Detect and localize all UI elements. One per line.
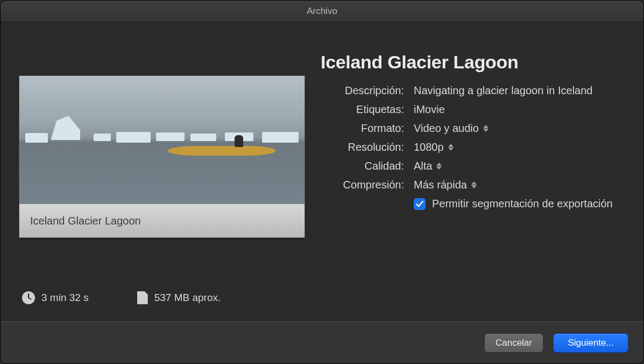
quality-value: Alta xyxy=(414,160,432,172)
duration-value: 3 min 32 s xyxy=(41,292,89,304)
label-tags: Etiquetas: xyxy=(321,103,404,116)
form-pane: Iceland Glacier Lagoon Descripción: Etiq… xyxy=(321,46,625,311)
export-dialog: Archivo Iceland Glacier Lagoon xyxy=(0,0,644,364)
row-tags: Etiquetas: xyxy=(321,103,625,116)
description-input[interactable] xyxy=(414,85,618,97)
project-title: Iceland Glacier Lagoon xyxy=(321,52,625,73)
format-value: Video y audio xyxy=(414,122,479,135)
updown-icon xyxy=(471,181,477,188)
clock-icon xyxy=(22,291,35,304)
check-icon xyxy=(416,201,423,207)
compression-select[interactable]: Más rápida xyxy=(414,179,477,191)
segmented-export-checkbox[interactable] xyxy=(414,198,426,210)
filesize-meta: 537 MB aprox. xyxy=(137,291,221,304)
thumbnail-card: Iceland Glacier Lagoon xyxy=(19,76,305,237)
row-format: Formato: Video y audio xyxy=(321,122,625,135)
label-format: Formato: xyxy=(321,122,404,135)
format-select[interactable]: Video y audio xyxy=(414,122,489,135)
row-description: Descripción: xyxy=(321,85,625,97)
updown-icon xyxy=(483,125,489,132)
label-resolution: Resolución: xyxy=(321,141,404,153)
segmented-export-label: Permitir segmentación de exportación xyxy=(432,198,613,210)
window-title: Archivo xyxy=(307,6,337,17)
tags-input[interactable] xyxy=(414,103,618,116)
compression-value: Más rápida xyxy=(414,179,467,191)
dialog-content: Iceland Glacier Lagoon 3 min 32 s 537 MB… xyxy=(1,22,643,321)
row-compression: Compresión: Más rápida xyxy=(321,179,625,191)
titlebar: Archivo xyxy=(1,1,643,22)
resolution-select[interactable]: 1080p xyxy=(414,141,454,153)
label-quality: Calidad: xyxy=(321,160,404,172)
preview-pane: Iceland Glacier Lagoon 3 min 32 s 537 MB… xyxy=(19,46,305,311)
row-resolution: Resolución: 1080p xyxy=(321,141,625,153)
row-segmented-export: Permitir segmentación de exportación xyxy=(414,198,625,210)
duration-meta: 3 min 32 s xyxy=(22,291,89,304)
updown-icon xyxy=(436,163,442,170)
meta-row: 3 min 32 s 537 MB aprox. xyxy=(19,291,305,304)
row-quality: Calidad: Alta xyxy=(321,160,625,172)
document-icon xyxy=(137,291,148,304)
updown-icon xyxy=(448,144,454,151)
thumbnail-label: Iceland Glacier Lagoon xyxy=(19,204,305,237)
cancel-button[interactable]: Cancelar xyxy=(484,333,543,353)
quality-select[interactable]: Alta xyxy=(414,160,442,172)
next-button[interactable]: Siguiente... xyxy=(553,333,628,353)
resolution-value: 1080p xyxy=(414,141,444,153)
footer: Cancelar Siguiente... xyxy=(1,321,643,363)
label-description: Descripción: xyxy=(321,85,404,97)
filesize-value: 537 MB aprox. xyxy=(154,292,221,304)
label-compression: Compresión: xyxy=(321,179,404,191)
thumbnail-image xyxy=(19,76,305,204)
